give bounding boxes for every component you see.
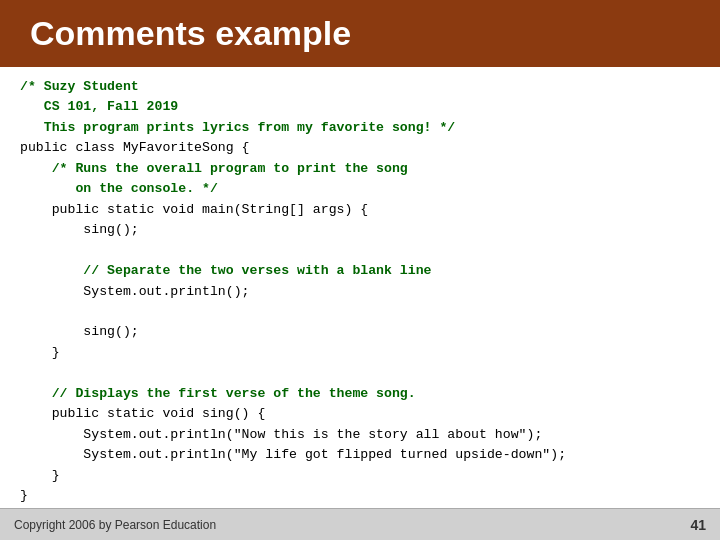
code-line: System.out.println("Now this is the stor…	[20, 427, 542, 442]
slide-content: /* Suzy Student CS 101, Fall 2019 This p…	[0, 67, 720, 508]
code-line: // Separate the two verses with a blank …	[20, 263, 432, 278]
slide: Comments example /* Suzy Student CS 101,…	[0, 0, 720, 540]
code-line: /* Suzy Student	[20, 79, 139, 94]
code-line: sing();	[20, 222, 139, 237]
code-line: // Displays the first verse of the theme…	[20, 386, 416, 401]
code-line: public static void sing() {	[20, 406, 265, 421]
code-line: This program prints lyrics from my favor…	[20, 120, 455, 135]
footer-copyright: Copyright 2006 by Pearson Education	[14, 518, 216, 532]
code-line: /* Runs the overall program to print the…	[20, 161, 408, 176]
code-line: on the console. */	[20, 181, 218, 196]
footer-page-number: 41	[690, 517, 706, 533]
code-line: }	[20, 488, 28, 503]
slide-title: Comments example	[30, 14, 351, 53]
code-line: public class MyFavoriteSong {	[20, 140, 250, 155]
code-line: public static void main(String[] args) {	[20, 202, 368, 217]
slide-header: Comments example	[0, 0, 720, 67]
code-line: }	[20, 345, 60, 360]
code-line: sing();	[20, 324, 139, 339]
slide-footer: Copyright 2006 by Pearson Education 41	[0, 508, 720, 540]
code-block: /* Suzy Student CS 101, Fall 2019 This p…	[20, 77, 700, 507]
code-line: }	[20, 468, 60, 483]
code-line: System.out.println();	[20, 284, 250, 299]
code-line: CS 101, Fall 2019	[20, 99, 178, 114]
code-line: System.out.println("My life got flipped …	[20, 447, 566, 462]
